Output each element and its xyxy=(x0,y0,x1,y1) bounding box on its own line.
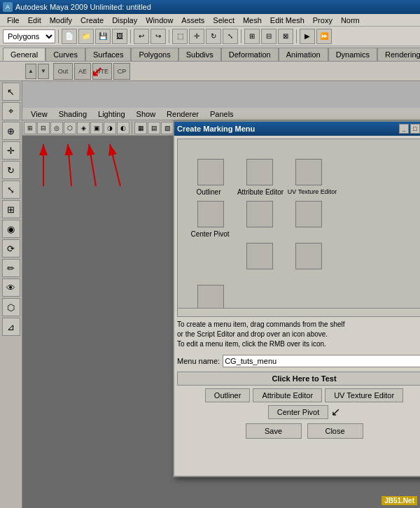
vp-btn5[interactable]: ◈ xyxy=(77,122,90,134)
tool-paint-select[interactable]: ⊕ xyxy=(2,122,20,140)
slot-outliner[interactable] xyxy=(197,159,224,185)
vp-btn9[interactable]: ▦ xyxy=(134,122,147,134)
slot-attr-editor[interactable] xyxy=(246,159,273,185)
redo-btn[interactable]: ↪ xyxy=(150,29,166,44)
tab-dynamics[interactable]: Dynamics xyxy=(328,48,377,61)
menu-file[interactable]: File xyxy=(3,15,24,26)
select-btn[interactable]: ⬚ xyxy=(172,29,188,44)
menu-select[interactable]: Select xyxy=(209,15,239,26)
tab-surfaces[interactable]: Surfaces xyxy=(85,48,131,61)
vp-btn4[interactable]: ⬡ xyxy=(64,122,76,134)
vp-btn3[interactable]: ◎ xyxy=(50,122,63,134)
shelf-bar: ▲ ▼ Out AE UTE CP ↙ xyxy=(0,62,420,81)
tool-universal[interactable]: ⊞ xyxy=(2,200,20,218)
btn-outliner[interactable]: Outliner xyxy=(205,388,251,402)
panel-renderer[interactable]: Renderer xyxy=(161,109,204,119)
panel-view[interactable]: View xyxy=(25,109,53,119)
tab-curves[interactable]: Curves xyxy=(46,48,85,61)
vp-btn6[interactable]: ▣ xyxy=(90,122,103,134)
menu-modify[interactable]: Modify xyxy=(46,15,76,26)
undo-btn[interactable]: ↩ xyxy=(134,29,149,44)
slot-uv-editor[interactable] xyxy=(295,159,322,185)
vp-btn10[interactable]: ▤ xyxy=(148,122,160,134)
tab-rendering[interactable]: Rendering xyxy=(377,48,420,61)
snap3-btn[interactable]: ⊠ xyxy=(278,29,293,44)
menu-name-input[interactable] xyxy=(223,355,420,367)
slot-center-pivot[interactable] xyxy=(197,201,224,227)
snap1-btn[interactable]: ⊞ xyxy=(244,29,260,44)
tab-general[interactable]: General xyxy=(3,48,46,61)
open-btn[interactable]: 📁 xyxy=(78,29,94,44)
tab-subdivs[interactable]: Subdivs xyxy=(178,48,221,61)
tool-move[interactable]: ✛ xyxy=(2,141,20,160)
panel-lighting[interactable]: Lighting xyxy=(92,109,131,119)
slot-mid1[interactable] xyxy=(246,201,273,227)
dialog-max-btn[interactable]: □ xyxy=(410,124,420,134)
new-btn[interactable]: 📄 xyxy=(62,29,77,44)
img-btn[interactable]: 🖼 xyxy=(112,29,127,44)
tool-history[interactable]: ⟳ xyxy=(2,239,20,257)
vp-btn8[interactable]: ◐ xyxy=(117,122,130,134)
label-outliner: Outliner xyxy=(188,188,230,196)
mode-select[interactable]: Polygons Surfaces Animation xyxy=(3,29,55,43)
close-button[interactable]: Close xyxy=(307,423,363,439)
btn-center-pivot[interactable]: Center Pivot xyxy=(268,405,329,419)
menu-proxy[interactable]: Proxy xyxy=(309,15,337,26)
btn-row-1: Outliner Attribute Editor UV Texture Edi… xyxy=(177,388,420,402)
tab-polygons[interactable]: Polygons xyxy=(131,48,178,61)
panel-show[interactable]: Show xyxy=(131,109,162,119)
menu-norm[interactable]: Norm xyxy=(337,15,364,26)
menu-assets[interactable]: Assets xyxy=(177,15,209,26)
tool-scale[interactable]: ⤡ xyxy=(2,181,20,199)
grid-hscrollbar[interactable] xyxy=(178,308,420,316)
tool-sculpt[interactable]: ✏ xyxy=(2,259,20,277)
btn-uv-editor[interactable]: UV Texture Editor xyxy=(325,388,403,402)
viewport[interactable]: View Shading Lighting Show Renderer Pane… xyxy=(22,108,420,508)
btn-attr-editor[interactable]: Attribute Editor xyxy=(253,388,322,402)
slot-bot2[interactable] xyxy=(295,243,322,269)
vp-btn11[interactable]: ▧ xyxy=(161,122,174,134)
vp-btn7[interactable]: ◑ xyxy=(104,122,116,134)
tool-select[interactable]: ↖ xyxy=(2,83,20,101)
snap2-btn[interactable]: ⊟ xyxy=(261,29,276,44)
menu-editmesh[interactable]: Edit Mesh xyxy=(266,15,309,26)
save-button[interactable]: Save xyxy=(246,423,302,439)
tool-extra1[interactable]: ⬡ xyxy=(2,298,20,316)
menu-edit[interactable]: Edit xyxy=(24,15,46,26)
tab-animation[interactable]: Animation xyxy=(279,48,328,61)
tool-lasso[interactable]: ⌖ xyxy=(2,102,20,120)
panel-panels[interactable]: Panels xyxy=(204,109,239,119)
save-btn[interactable]: 💾 xyxy=(95,29,111,44)
shelf-up-btn[interactable]: ▲ xyxy=(25,64,36,79)
move-btn[interactable]: ✛ xyxy=(189,29,204,44)
tool-show[interactable]: 👁 xyxy=(2,278,20,297)
shelf-ute[interactable]: UTE xyxy=(92,63,112,80)
tool-extra2[interactable]: ⊿ xyxy=(2,318,20,336)
scale-btn[interactable]: ⤡ xyxy=(223,29,238,44)
slot-bot1[interactable] xyxy=(246,243,273,269)
rotate-btn[interactable]: ↻ xyxy=(206,29,221,44)
dialog-min-btn[interactable]: _ xyxy=(399,124,409,134)
menu-mesh[interactable]: Mesh xyxy=(239,15,266,26)
vp-btn1[interactable]: ⊞ xyxy=(24,122,36,134)
tab-deformation[interactable]: Deformation xyxy=(221,48,279,61)
icon-grid[interactable]: Outliner Attribute Editor UV Texture Edi… xyxy=(177,139,420,317)
slot-mid2[interactable] xyxy=(295,201,322,227)
shelf-down-btn[interactable]: ▼ xyxy=(38,64,49,79)
shelf-cp[interactable]: CP xyxy=(113,63,130,80)
info-text: To create a menu item, drag commands fro… xyxy=(177,320,420,349)
test-btn[interactable]: Click Here to Test xyxy=(177,372,420,386)
menu-display[interactable]: Display xyxy=(108,15,141,26)
tool-soft[interactable]: ◉ xyxy=(2,220,20,238)
ipr-btn[interactable]: ⏩ xyxy=(316,29,332,44)
shelf-out[interactable]: Out xyxy=(53,63,73,80)
test-btn-label: Click Here to Test xyxy=(272,374,336,383)
render-btn[interactable]: ▶ xyxy=(300,29,315,44)
menu-create[interactable]: Create xyxy=(76,15,108,26)
shelf-ae[interactable]: AE xyxy=(74,63,91,80)
menu-window[interactable]: Window xyxy=(141,15,177,26)
vp-btn2[interactable]: ⊟ xyxy=(37,122,50,134)
create-marking-menu-dialog: Create Marking Menu _ □ × O xyxy=(173,120,420,477)
panel-shading[interactable]: Shading xyxy=(53,109,92,119)
tool-rotate[interactable]: ↻ xyxy=(2,161,20,179)
